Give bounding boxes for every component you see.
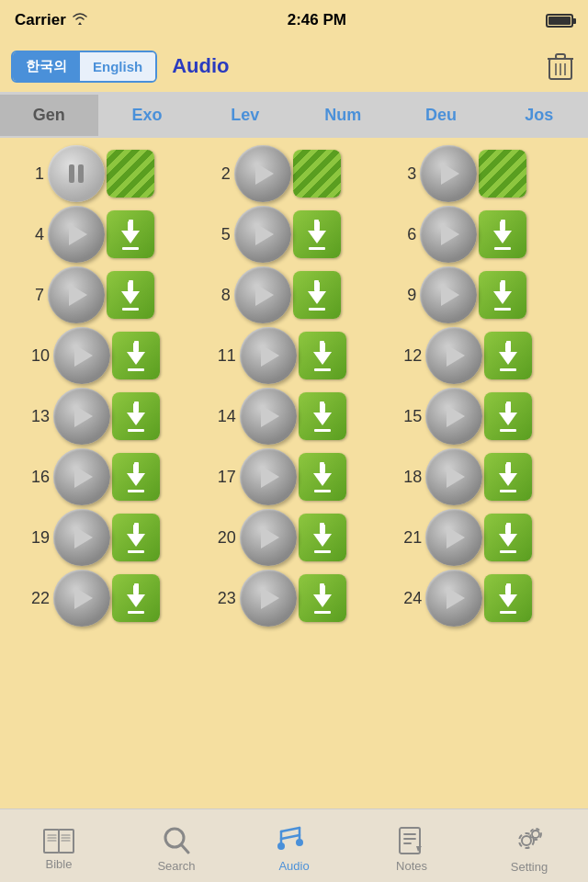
status-left: Carrier	[15, 11, 88, 29]
play-button-19[interactable]	[53, 509, 110, 566]
download-button-10[interactable]	[112, 332, 160, 379]
chapter-row-8: 22 23	[15, 570, 573, 627]
chapter-item-10: 10	[15, 327, 201, 384]
download-button-19[interactable]	[112, 514, 160, 561]
status-button-2[interactable]	[293, 150, 341, 198]
download-button-22[interactable]	[112, 574, 160, 622]
chapter-item-6: 6	[387, 206, 573, 263]
chapter-number-22: 22	[15, 589, 50, 608]
bible-icon	[43, 828, 74, 854]
download-button-15[interactable]	[484, 392, 532, 440]
korean-lang-button[interactable]: 한국의	[13, 52, 80, 81]
download-button-17[interactable]	[299, 453, 346, 501]
play-button-15[interactable]	[425, 388, 482, 445]
chapter-item-11: 11	[201, 327, 388, 384]
download-button-13[interactable]	[112, 392, 160, 440]
play-button-7[interactable]	[48, 266, 105, 323]
tab-gen[interactable]: Gen	[0, 95, 98, 136]
chapter-row-5: 13 14	[15, 388, 573, 445]
play-button-3[interactable]	[420, 145, 477, 202]
play-button-13[interactable]	[53, 388, 110, 445]
chapter-item-21: 21	[387, 509, 573, 566]
svg-line-9	[281, 835, 300, 839]
chapter-item-2: 2	[201, 145, 388, 202]
play-button-18[interactable]	[425, 448, 482, 505]
play-button-8[interactable]	[234, 266, 291, 323]
setting-icon	[514, 825, 545, 856]
chapter-item-8: 8	[201, 266, 388, 323]
chapter-number-7: 7	[15, 286, 44, 305]
svg-rect-14	[400, 828, 420, 854]
download-button-23[interactable]	[299, 574, 346, 622]
setting-tab-label: Setting	[511, 860, 548, 874]
chapter-row-7: 19 20	[15, 509, 573, 566]
chapter-row-2: 4 5	[15, 206, 573, 263]
status-button-1[interactable]	[107, 150, 154, 198]
play-button-9[interactable]	[420, 266, 477, 323]
download-button-20[interactable]	[299, 514, 346, 561]
tab-deu[interactable]: Deu	[392, 95, 491, 136]
play-button-1[interactable]	[48, 145, 105, 202]
tab-notes[interactable]: Notes	[353, 819, 470, 873]
chapter-item-23: 23	[201, 570, 388, 627]
tab-search[interactable]: Search	[118, 819, 235, 873]
chapter-number-15: 15	[387, 407, 422, 426]
tab-exo[interactable]: Exo	[98, 95, 197, 136]
download-button-6[interactable]	[479, 210, 526, 258]
download-button-9[interactable]	[479, 271, 526, 319]
notes-icon	[398, 826, 425, 855]
play-button-2[interactable]	[234, 145, 291, 202]
play-button-6[interactable]	[420, 206, 477, 263]
play-button-21[interactable]	[425, 509, 482, 566]
chapter-number-2: 2	[201, 164, 231, 184]
download-button-16[interactable]	[112, 453, 160, 501]
page-title: Audio	[172, 54, 533, 78]
download-button-21[interactable]	[484, 514, 532, 561]
play-button-10[interactable]	[53, 327, 110, 384]
download-button-4[interactable]	[107, 210, 154, 258]
play-button-14[interactable]	[240, 388, 297, 445]
chapter-number-10: 10	[15, 346, 50, 366]
language-toggle[interactable]: 한국의 English	[11, 51, 157, 83]
tab-num[interactable]: Num	[294, 95, 392, 136]
tab-jos[interactable]: Jos	[490, 95, 588, 136]
english-lang-button[interactable]: English	[80, 52, 155, 81]
play-button-11[interactable]	[240, 327, 297, 384]
play-button-17[interactable]	[240, 448, 297, 505]
status-bar: Carrier 2:46 PM	[0, 0, 588, 40]
chapter-item-19: 19	[15, 509, 201, 566]
play-button-24[interactable]	[425, 570, 482, 627]
download-button-18[interactable]	[484, 453, 532, 501]
battery-icon	[546, 14, 573, 28]
bible-tab-label: Bible	[46, 857, 73, 871]
download-button-14[interactable]	[299, 392, 346, 440]
download-button-7[interactable]	[107, 271, 154, 319]
play-button-5[interactable]	[234, 206, 291, 263]
chapter-item-13: 13	[15, 388, 201, 445]
notes-tab-label: Notes	[396, 859, 427, 873]
download-button-5[interactable]	[293, 210, 341, 258]
audio-icon	[277, 826, 311, 855]
play-button-23[interactable]	[240, 570, 297, 627]
status-button-3[interactable]	[479, 150, 526, 198]
chapter-number-6: 6	[387, 225, 416, 244]
download-button-8[interactable]	[293, 271, 341, 319]
download-button-24[interactable]	[484, 574, 532, 622]
play-button-12[interactable]	[425, 327, 482, 384]
tab-setting[interactable]: Setting	[470, 818, 588, 874]
play-button-16[interactable]	[53, 448, 110, 505]
bottom-tab-bar: Bible Search Audio Notes	[0, 808, 588, 882]
tab-audio[interactable]: Audio	[235, 819, 353, 873]
play-button-4[interactable]	[48, 206, 105, 263]
download-button-12[interactable]	[484, 332, 532, 379]
download-button-11[interactable]	[299, 332, 346, 379]
delete-button[interactable]	[544, 50, 577, 83]
chapter-number-16: 16	[15, 468, 50, 487]
play-button-20[interactable]	[240, 509, 297, 566]
chapter-number-11: 11	[201, 346, 236, 366]
chapter-number-1: 1	[15, 164, 44, 184]
tab-bible[interactable]: Bible	[0, 820, 118, 871]
audio-tab-label: Audio	[278, 859, 309, 873]
play-button-22[interactable]	[53, 570, 110, 627]
tab-lev[interactable]: Lev	[196, 95, 294, 136]
